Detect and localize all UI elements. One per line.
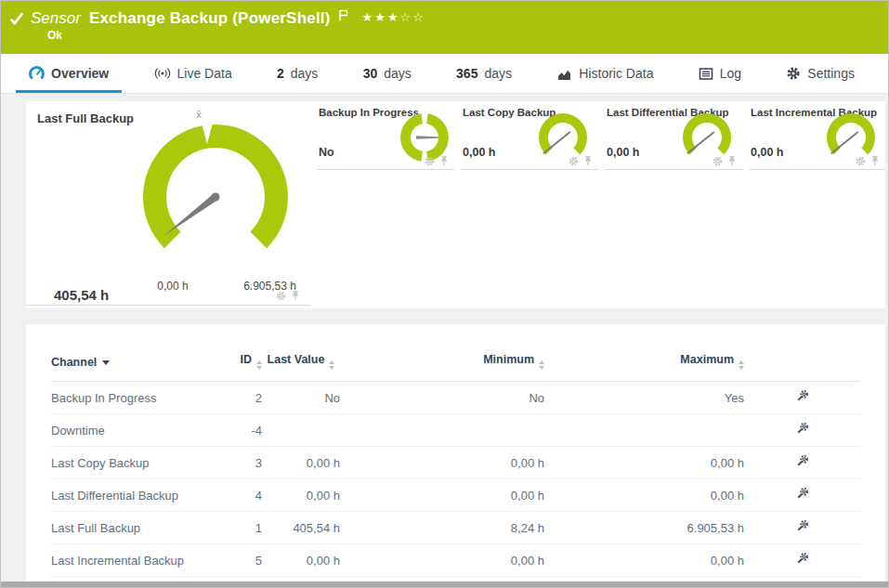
- channel-id: 2: [223, 382, 262, 414]
- ok-check-icon: [8, 10, 25, 27]
- tab-30-days[interactable]: 30 days: [350, 54, 425, 93]
- gauge-settings-gear-icon[interactable]: [569, 156, 579, 166]
- table-row[interactable]: Last Full Backup 1 405,54 h 8,24 h 6.905…: [51, 512, 860, 544]
- channel-name[interactable]: Last Incremental Backup: [51, 544, 223, 577]
- tab-log[interactable]: Log: [686, 54, 754, 93]
- gauge-panel-last-differential-backup[interactable]: Last Differential Backup 0,00 h: [605, 101, 742, 170]
- sort-toggle-icon[interactable]: [739, 360, 744, 370]
- gauge-needle: [163, 194, 217, 236]
- gauge-settings-gear-icon[interactable]: [713, 156, 723, 166]
- channel-settings-icon[interactable]: [795, 519, 809, 533]
- window-bottom-edge: [1, 581, 888, 587]
- sensor-tabbar: Overview Live Data 2 days 30 days 365 da…: [1, 54, 888, 94]
- table-row[interactable]: Last Differential Backup 4 0,00 h 0,00 h…: [51, 479, 860, 512]
- gauge-settings-gear-icon[interactable]: [276, 291, 286, 301]
- channel-settings-icon[interactable]: [795, 389, 809, 403]
- channel-last-value: 0,00 h: [262, 447, 340, 479]
- gauge-max-label: 6.905,53 h: [226, 280, 314, 293]
- gauge-panel-last-full-backup[interactable]: Last Full Backup x̄ 0,00 h 6.905,53 h 40…: [26, 101, 311, 306]
- channel-name[interactable]: Downtime: [51, 414, 223, 447]
- priority-stars[interactable]: ★★★☆☆: [362, 10, 425, 24]
- sensor-kind-label: Sensor: [31, 7, 81, 28]
- prtg-sensor-window: Sensor Exchange Backup (PowerShell) ★★★☆…: [0, 0, 889, 588]
- gauge-current-value: 0,00 h: [751, 146, 783, 159]
- channel-minimum: [340, 414, 544, 447]
- channel-settings-icon[interactable]: [795, 552, 809, 566]
- gauge-settings-gear-icon[interactable]: [856, 156, 866, 166]
- histogram-icon: [556, 67, 572, 81]
- gauge-current-value: 0,00 h: [463, 146, 495, 159]
- channel-id: -4: [223, 414, 262, 447]
- column-header-last-value[interactable]: Last Value: [262, 324, 340, 382]
- live-data-icon: [154, 66, 171, 81]
- channel-last-value: 0,00 h: [262, 479, 340, 512]
- channel-id: 5: [223, 544, 262, 577]
- sort-toggle-icon[interactable]: [256, 360, 262, 370]
- sensor-status-badge: Ok: [47, 29, 62, 42]
- gear-icon: [786, 66, 801, 81]
- sort-toggle-icon[interactable]: [329, 360, 334, 370]
- gauge-title: Last Full Backup: [37, 111, 134, 125]
- pin-icon[interactable]: [727, 155, 737, 166]
- channel-name[interactable]: Last Full Backup: [51, 512, 223, 544]
- priority-flag-icon[interactable]: [338, 9, 349, 21]
- pin-icon[interactable]: [870, 155, 880, 166]
- channel-id: 3: [223, 447, 262, 479]
- channel-name[interactable]: Last Copy Backup: [51, 447, 223, 479]
- pin-icon[interactable]: [439, 155, 449, 166]
- channel-maximum: 0,00 h: [544, 447, 744, 479]
- gauge-panel-backup-in-progress[interactable]: Backup In Progress No: [317, 101, 454, 170]
- tab-historic-data[interactable]: Historic Data: [543, 54, 666, 93]
- sort-toggle-icon[interactable]: [539, 360, 544, 370]
- tab-overview[interactable]: Overview: [16, 54, 122, 93]
- column-header-channel[interactable]: Channel: [51, 324, 223, 382]
- channel-last-value: 0,00 h: [262, 544, 340, 577]
- overview-page: Last Full Backup x̄ 0,00 h 6.905,53 h 40…: [1, 95, 888, 581]
- channel-last-value: [262, 414, 340, 447]
- column-header-id[interactable]: ID: [223, 324, 262, 382]
- table-row[interactable]: Last Incremental Backup 5 0,00 h 0,00 h …: [51, 544, 860, 577]
- channels-table-section: Channel ID Last Value Minimum Maximum Ba…: [26, 324, 885, 581]
- sort-desc-icon: [102, 360, 110, 365]
- gauge-current-value: No: [319, 146, 334, 159]
- column-header-settings: [744, 324, 860, 382]
- channel-maximum: [544, 414, 744, 447]
- gauge-icon: [29, 66, 45, 82]
- channel-id: 1: [223, 512, 262, 544]
- channel-minimum: 0,00 h: [340, 479, 544, 512]
- column-header-maximum[interactable]: Maximum: [544, 324, 744, 382]
- sensor-header: Sensor Exchange Backup (PowerShell) ★★★☆…: [1, 1, 888, 54]
- channel-last-value: 405,54 h: [262, 512, 340, 544]
- channel-name[interactable]: Backup In Progress: [51, 382, 223, 414]
- gauge-settings-gear-icon[interactable]: [425, 156, 435, 166]
- pin-icon[interactable]: [291, 290, 300, 301]
- gauges-section: Last Full Backup x̄ 0,00 h 6.905,53 h 40…: [26, 101, 885, 308]
- tab-2-days[interactable]: 2 days: [264, 54, 331, 93]
- channel-settings-icon[interactable]: [795, 454, 809, 468]
- tab-365-days[interactable]: 365 days: [443, 54, 525, 93]
- channel-maximum: 0,00 h: [544, 479, 744, 512]
- channels-table: Channel ID Last Value Minimum Maximum Ba…: [51, 324, 860, 577]
- gauge-current-value: 405,54 h: [54, 287, 109, 303]
- average-marker-label: x̄: [196, 109, 202, 120]
- channel-minimum: No: [340, 382, 544, 414]
- tab-settings[interactable]: Settings: [773, 54, 868, 93]
- gauge-panel-last-copy-backup[interactable]: Last Copy Backup 0,00 h: [461, 101, 598, 170]
- tab-live-data[interactable]: Live Data: [141, 54, 245, 93]
- gauge-panel-last-incremental-backup[interactable]: Last Incremental Backup 0,00 h: [749, 101, 885, 170]
- channel-settings-icon[interactable]: [795, 422, 809, 436]
- channel-last-value: No: [262, 382, 340, 414]
- log-icon: [699, 67, 713, 81]
- channel-name[interactable]: Last Differential Backup: [51, 479, 223, 512]
- channel-settings-icon[interactable]: [795, 487, 809, 501]
- channel-minimum: 8,24 h: [340, 512, 544, 544]
- gauge-min-label: 0,00 h: [136, 280, 210, 293]
- column-header-minimum[interactable]: Minimum: [340, 324, 544, 382]
- last-full-backup-gauge: x̄: [123, 99, 308, 294]
- channel-minimum: 0,00 h: [340, 447, 544, 479]
- table-row[interactable]: Last Copy Backup 3 0,00 h 0,00 h 0,00 h: [51, 447, 860, 479]
- table-row[interactable]: Downtime -4: [51, 414, 860, 447]
- pin-icon[interactable]: [583, 155, 593, 166]
- channel-maximum: 0,00 h: [544, 544, 744, 577]
- table-row[interactable]: Backup In Progress 2 No No Yes: [51, 382, 860, 414]
